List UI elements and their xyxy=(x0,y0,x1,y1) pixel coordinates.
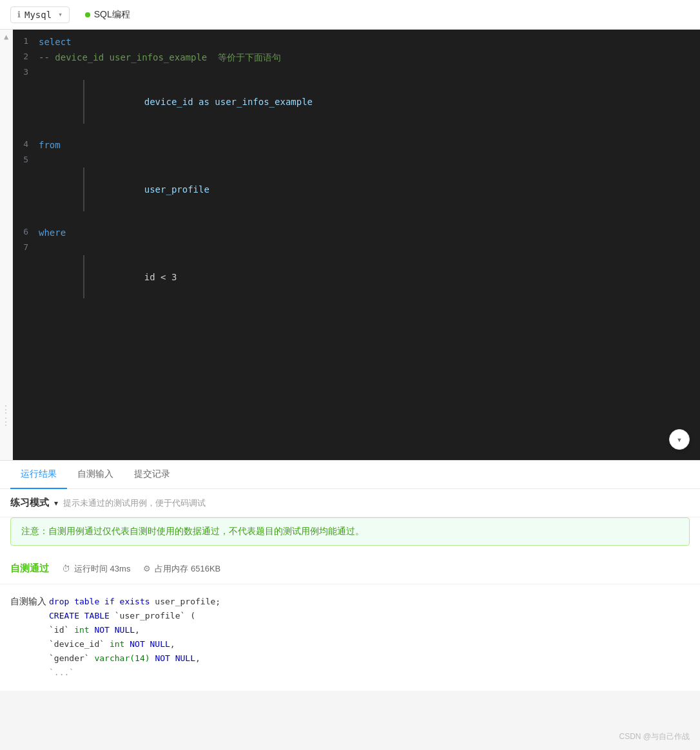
pass-badge: 自测通过 xyxy=(10,562,49,575)
line-content-6: where xyxy=(36,226,66,240)
practice-bar: 练习模式 ▾ 提示未通过的测试用例，便于代码调试 xyxy=(0,489,700,517)
drag-handle[interactable]: ⋮⋮ xyxy=(1,403,12,428)
watermark: CSDN @与自己作战 xyxy=(619,731,690,742)
chevron-down-icon: ▾ xyxy=(54,499,58,508)
line-num-1: 1 xyxy=(13,35,36,48)
line-content-4: from xyxy=(36,138,61,152)
practice-mode-dropdown[interactable]: ▾ xyxy=(54,499,58,508)
sql-line-4: `device_id` int NOT NULL, xyxy=(49,637,220,651)
line-content-3: device_id as user_infos_example xyxy=(36,66,313,138)
code-line-7: 7 id < 3 xyxy=(13,241,700,313)
sql-line-6: `...` xyxy=(49,666,220,680)
line-content-5: user_profile xyxy=(36,153,209,226)
code-line-3: 3 device_id as user_infos_example xyxy=(13,66,700,138)
memory-meta: ⚙ 占用内存 6516KB xyxy=(143,563,220,575)
selftest-input-row: 自测输入 drop table if exists user_profile; … xyxy=(10,595,690,680)
line-num-4: 4 xyxy=(13,138,36,151)
tab-self-test-input[interactable]: 自测输入 xyxy=(67,461,124,489)
selftest-input-label: 自测输入 xyxy=(10,595,49,680)
code-line-2: 2 -- device_id user_infos_example 等价于下面语… xyxy=(13,50,700,66)
code-line-4: 4 from xyxy=(13,138,700,153)
status-dot xyxy=(85,12,90,17)
line-content-7: id < 3 xyxy=(36,241,177,313)
scroll-down-button[interactable]: ▾ xyxy=(669,429,690,450)
code-line-5: 5 user_profile xyxy=(13,153,700,226)
tab-submit-record[interactable]: 提交记录 xyxy=(124,461,180,489)
chevron-down-icon: ▾ xyxy=(58,10,63,19)
practice-hint-text: 提示未通过的测试用例，便于代码调试 xyxy=(63,497,206,509)
clock-icon: ⏱ xyxy=(62,564,70,573)
line-content-2: -- device_id user_infos_example 等价于下面语句 xyxy=(36,50,281,64)
code-line-1: 1 select xyxy=(13,35,700,50)
left-scrollbar: ▲ ⋮⋮ xyxy=(0,30,13,460)
line-num-5: 5 xyxy=(13,153,36,167)
sql-line-3: `id` int NOT NULL, xyxy=(49,623,220,637)
line-num-6: 6 xyxy=(13,226,36,239)
results-panel: 运行结果 自测输入 提交记录 练习模式 ▾ 提示未通过的测试用例，便于代码调试 … xyxy=(0,460,700,691)
selftest-input-code: drop table if exists user_profile; CREAT… xyxy=(49,595,220,680)
selftest-input-section: 自测输入 drop table if exists user_profile; … xyxy=(0,584,700,691)
memory-icon: ⚙ xyxy=(143,564,151,573)
editor-layout: ▲ ⋮⋮ 1 select 2 -- device_id user_infos_… xyxy=(0,30,700,460)
code-editor[interactable]: 1 select 2 -- device_id user_infos_examp… xyxy=(13,30,700,460)
sql-line-1: drop table if exists user_profile; xyxy=(49,595,220,609)
scroll-up-button[interactable]: ▲ xyxy=(1,31,12,43)
line-num-7: 7 xyxy=(13,241,36,255)
sql-line-5: `gender` varchar(14) NOT NULL, xyxy=(49,651,220,666)
memory-label: 占用内存 6516KB xyxy=(155,563,220,575)
line-num-3: 3 xyxy=(13,66,36,79)
selftest-result-row: 自测通过 ⏱ 运行时间 43ms ⚙ 占用内存 6516KB xyxy=(0,553,700,584)
notice-box: 注意：自测用例通过仅代表自测时使用的数据通过，不代表题目的测试用例均能通过。 xyxy=(10,517,690,546)
line-num-2: 2 xyxy=(13,50,36,64)
chevron-down-icon: ▾ xyxy=(677,434,682,445)
info-icon: ℹ xyxy=(17,10,21,19)
notice-text: 注意：自测用例通过仅代表自测时使用的数据通过，不代表题目的测试用例均能通过。 xyxy=(21,526,364,536)
tab-label: SQL编程 xyxy=(94,9,130,21)
runtime-meta: ⏱ 运行时间 43ms xyxy=(62,563,130,575)
practice-mode-label: 练习模式 xyxy=(10,497,49,509)
sql-tab[interactable]: SQL编程 xyxy=(85,9,130,21)
db-selector[interactable]: ℹ Mysql ▾ xyxy=(10,6,70,23)
top-bar: ℹ Mysql ▾ SQL编程 xyxy=(0,0,700,30)
results-tabs: 运行结果 自测输入 提交记录 xyxy=(0,461,700,489)
tab-run-result[interactable]: 运行结果 xyxy=(10,461,67,489)
db-name: Mysql xyxy=(24,10,52,20)
runtime-label: 运行时间 43ms xyxy=(74,563,130,575)
line-content-1: select xyxy=(36,35,72,49)
code-line-6: 6 where xyxy=(13,226,700,241)
sql-line-2: CREATE TABLE `user_profile` ( xyxy=(49,609,220,623)
